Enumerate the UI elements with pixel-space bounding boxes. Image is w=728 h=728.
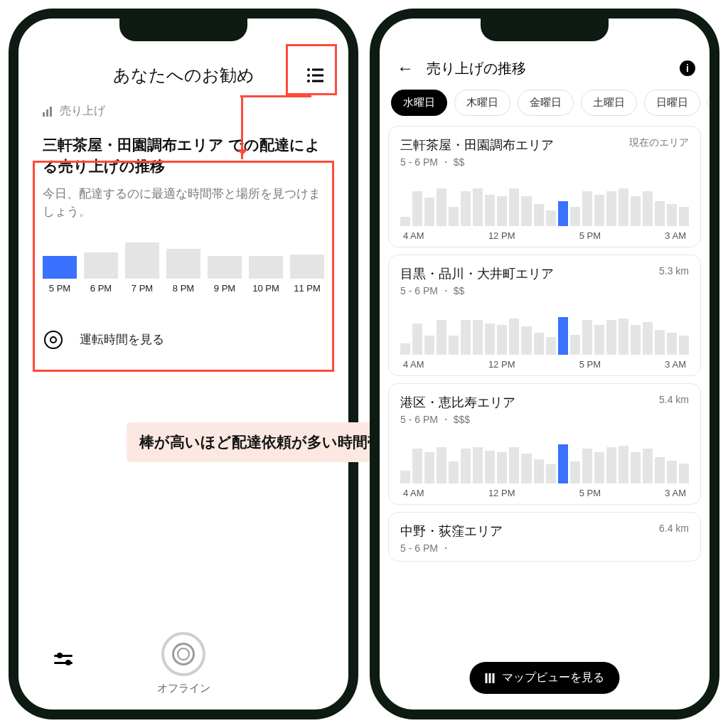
day-tab[interactable]: 月曜 [707, 90, 710, 116]
notch [481, 17, 609, 41]
map-view-button[interactable]: マップビューを見る [470, 662, 620, 694]
area-bar [558, 444, 568, 483]
svg-rect-6 [43, 112, 45, 117]
axis-tick: 3 AM [665, 230, 686, 241]
area-bar [497, 452, 507, 483]
notch [119, 17, 247, 41]
day-tab[interactable]: 木曜日 [454, 90, 510, 116]
area-list: 三軒茶屋・田園調布エリア5 - 6 PM ・ $$現在のエリア4 AM12 PM… [380, 126, 710, 562]
day-tab[interactable]: 日曜日 [644, 90, 700, 116]
area-bar [412, 323, 422, 355]
area-axis: 4 AM12 PM5 PM3 AM [400, 230, 689, 241]
area-bar [594, 452, 604, 483]
info-button[interactable]: i [680, 60, 695, 76]
area-bar [582, 191, 592, 226]
area-bar [606, 320, 616, 355]
area-name: 港区・恵比寿エリア [400, 394, 515, 411]
area-distance: 6.4 km [659, 523, 689, 534]
annotation-box-list-button [286, 44, 337, 95]
area-bar [558, 317, 568, 355]
area-bar-chart [400, 434, 689, 483]
area-distance: 5.3 km [659, 265, 689, 277]
day-tab[interactable]: 土曜日 [581, 90, 637, 116]
area-bar [631, 452, 641, 483]
area-bar [461, 449, 471, 483]
area-axis: 4 AM12 PM5 PM3 AM [400, 488, 689, 498]
annotation-hint: 棒が高いほど配達依頼が多い時間帯 [127, 422, 395, 462]
area-bar [485, 323, 495, 355]
area-bar [473, 320, 483, 355]
svg-rect-8 [50, 107, 52, 117]
area-bar [667, 333, 677, 355]
area-bar [485, 451, 495, 483]
status-label: オフライン [157, 682, 210, 695]
axis-tick: 5 PM [579, 488, 601, 498]
phone-right: ← 売り上げの推移 i 水曜日木曜日金曜日土曜日日曜日月曜 三軒茶屋・田園調布エ… [371, 10, 718, 718]
area-name: 三軒茶屋・田園調布エリア [400, 136, 554, 154]
axis-tick: 5 PM [579, 359, 601, 370]
area-bar [655, 201, 665, 226]
preferences-button[interactable] [54, 653, 74, 667]
area-bar [424, 336, 434, 355]
axis-tick: 3 AM [665, 359, 686, 370]
area-bar [655, 330, 665, 355]
section-label-text: 売り上げ [60, 104, 105, 119]
area-bar [437, 320, 446, 355]
area-bar [461, 191, 471, 226]
axis-tick: 4 AM [403, 359, 424, 370]
area-sub: 5 - 6 PM ・ [400, 542, 503, 555]
section-label: 売り上げ [18, 104, 348, 124]
area-bar [449, 336, 459, 355]
area-card[interactable]: 三軒茶屋・田園調布エリア5 - 6 PM ・ $$現在のエリア4 AM12 PM… [388, 126, 701, 247]
area-bar [509, 447, 519, 483]
map-view-label: マップビューを見る [502, 670, 604, 685]
back-button[interactable]: ← [397, 58, 414, 78]
phone-left: あなたへのお勧め 売り上げ [10, 10, 357, 718]
area-bar [606, 447, 616, 483]
go-online-button[interactable] [161, 632, 205, 676]
area-bar [582, 320, 592, 355]
area-bar [619, 446, 628, 483]
area-bar [558, 201, 568, 226]
right-header: ← 売り上げの推移 i [380, 51, 710, 90]
area-bar [534, 204, 544, 226]
annotation-arrow-horizontal [240, 95, 311, 97]
area-card[interactable]: 港区・恵比寿エリア5 - 6 PM ・ $$$5.4 km4 AM12 PM5 … [388, 383, 701, 505]
area-bar [667, 461, 677, 483]
area-bar [400, 217, 410, 226]
area-bar [679, 464, 689, 483]
area-bar [400, 471, 410, 483]
area-sub: 5 - 6 PM ・ $$ [400, 285, 554, 298]
area-bar [485, 195, 495, 226]
axis-tick: 12 PM [488, 230, 515, 241]
area-bar-chart [400, 176, 689, 226]
area-bar [412, 191, 422, 226]
axis-tick: 4 AM [403, 230, 424, 241]
area-bar [509, 318, 519, 355]
area-bar [424, 452, 434, 483]
annotation-box-card [33, 161, 334, 372]
axis-tick: 5 PM [579, 230, 601, 241]
area-bar [437, 188, 446, 226]
area-bar [619, 318, 628, 355]
area-card[interactable]: 中野・荻窪エリア5 - 6 PM ・6.4 km [388, 512, 701, 562]
area-bar [679, 207, 689, 226]
bar-chart-icon [43, 107, 54, 117]
day-tab[interactable]: 金曜日 [518, 90, 574, 116]
annotation-arrow [241, 95, 243, 159]
area-card[interactable]: 目黒・品川・大井町エリア5 - 6 PM ・ $$5.3 km4 AM12 PM… [388, 255, 701, 376]
area-bar [643, 191, 653, 226]
area-bar [570, 207, 580, 226]
area-bar [521, 454, 531, 484]
screen-right: ← 売り上げの推移 i 水曜日木曜日金曜日土曜日日曜日月曜 三軒茶屋・田園調布エ… [380, 18, 710, 710]
bottom-bar: オフライン [18, 617, 348, 710]
svg-rect-7 [46, 109, 48, 117]
area-bar [412, 449, 422, 483]
steering-wheel-icon [44, 331, 63, 349]
area-bar [631, 325, 641, 355]
area-bar [582, 449, 592, 483]
page-title: 売り上げの推移 [427, 59, 667, 78]
area-bar [655, 457, 665, 483]
screen-left: あなたへのお勧め 売り上げ [18, 18, 348, 710]
day-tab[interactable]: 水曜日 [391, 90, 447, 116]
